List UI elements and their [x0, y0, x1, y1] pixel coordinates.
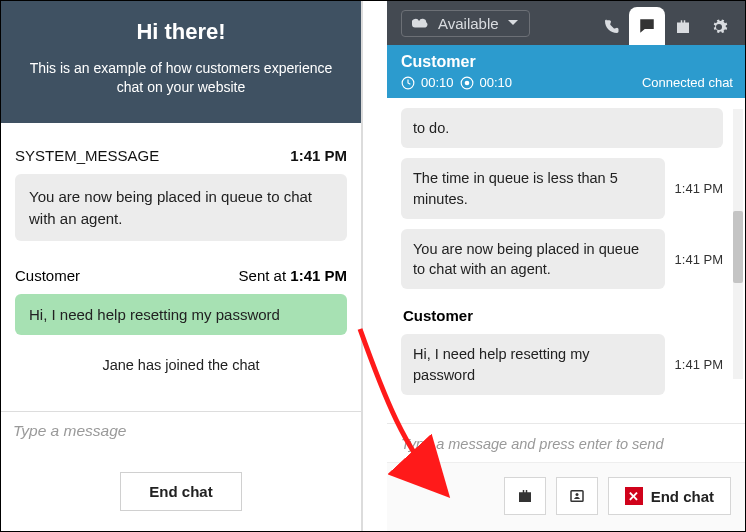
banner-subtitle: This is an example of how customers expe… — [23, 59, 339, 97]
gear-icon — [710, 18, 728, 36]
customer-chat-panel: Hi there! This is an example of how cust… — [1, 1, 363, 531]
active-contact-bar: Customer 00:10 00:10 Connected chat — [387, 45, 745, 98]
quick-responses-button[interactable] — [504, 477, 546, 515]
contact-card-button[interactable] — [556, 477, 598, 515]
agent-joined-notice: Jane has joined the chat — [15, 357, 347, 373]
briefcase-icon — [674, 18, 692, 36]
message-body: You are now being placed in queue to cha… — [401, 229, 665, 290]
sender-label: Customer — [403, 307, 723, 324]
message-time: 1:41 PM — [675, 252, 723, 267]
contact-timer-1: 00:10 — [421, 75, 454, 90]
message-body: The time in queue is less than 5 minutes… — [401, 158, 665, 219]
customer-label: Customer — [15, 267, 80, 284]
svg-point-2 — [464, 80, 469, 85]
agent-status-select[interactable]: Available — [401, 10, 530, 37]
message-body: to do. — [401, 108, 723, 148]
close-icon: ✕ — [625, 487, 643, 505]
welcome-banner: Hi there! This is an example of how cust… — [1, 1, 361, 123]
message-row: to do. — [401, 108, 723, 148]
agent-end-chat-label: End chat — [651, 488, 714, 505]
svg-point-4 — [575, 493, 578, 496]
message-row: The time in queue is less than 5 minutes… — [401, 158, 723, 219]
agent-status-label: Available — [438, 15, 499, 32]
cloud-icon — [412, 16, 430, 30]
system-message-label: SYSTEM_MESSAGE — [15, 147, 159, 164]
clock-icon — [401, 76, 415, 90]
chevron-down-icon — [507, 19, 519, 27]
connection-status: Connected chat — [642, 75, 733, 90]
phone-tab[interactable] — [593, 9, 629, 45]
customer-sent-at: Sent at 1:41 PM — [239, 267, 347, 284]
message-body: Hi, I need help resetting my password — [401, 334, 665, 395]
contact-timer-2: 00:10 — [480, 75, 513, 90]
message-row: You are now being placed in queue to cha… — [401, 229, 723, 290]
target-icon — [460, 76, 474, 90]
agent-message-input[interactable]: Type a message and press enter to send — [387, 423, 745, 462]
settings-tab[interactable] — [701, 9, 737, 45]
customer-message-input[interactable]: Type a message — [1, 411, 361, 450]
banner-title: Hi there! — [23, 19, 339, 45]
customer-message-body: Hi, I need help resetting my password — [15, 294, 347, 335]
message-time: 1:41 PM — [675, 181, 723, 196]
agent-footer: ✕ End chat — [387, 462, 745, 531]
agent-topbar: Available — [387, 1, 745, 45]
case-tab[interactable] — [665, 9, 701, 45]
contact-name: Customer — [401, 53, 733, 71]
briefcase-icon — [516, 487, 534, 505]
system-message-body: You are now being placed in queue to cha… — [15, 174, 347, 242]
phone-icon — [602, 18, 620, 36]
agent-chat-panel: Available — [387, 1, 745, 531]
agent-transcript[interactable]: to do. The time in queue is less than 5 … — [387, 98, 745, 423]
id-card-icon — [568, 487, 586, 505]
scrollbar-thumb[interactable] — [733, 211, 743, 283]
end-chat-button[interactable]: End chat — [120, 472, 241, 511]
message-row: Hi, I need help resetting my password 1:… — [401, 334, 723, 395]
chat-icon — [638, 17, 656, 35]
system-message-time: 1:41 PM — [290, 147, 347, 164]
agent-end-chat-button[interactable]: ✕ End chat — [608, 477, 731, 515]
message-time: 1:41 PM — [675, 357, 723, 372]
chat-tab[interactable] — [629, 7, 665, 45]
